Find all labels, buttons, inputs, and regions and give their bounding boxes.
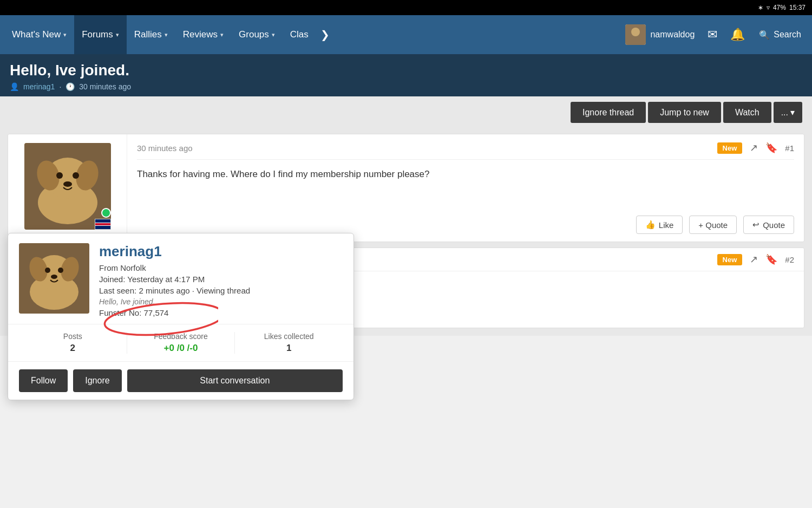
nav-item-rallies[interactable]: Rallies ▾ — [127, 15, 175, 54]
notifications-icon[interactable]: 🔔 — [725, 15, 750, 54]
svg-point-10 — [63, 181, 72, 187]
reply-quote-button[interactable]: ↩ Quote — [743, 216, 794, 234]
person-icon: 👤 — [10, 82, 19, 91]
popup-funster-number: Funster No: 77,574 — [99, 308, 168, 317]
popup-avatar — [19, 243, 89, 314]
post-number-2: #2 — [785, 255, 794, 264]
bluetooth-icon: ∗ — [758, 4, 763, 11]
popup-joined: Joined: Yesterday at 4:17 PM — [99, 275, 343, 284]
like-button[interactable]: 👍 Like — [636, 216, 683, 234]
thumbs-up-icon: 👍 — [645, 220, 656, 230]
nav-right: namwaldog ✉ 🔔 🔍 Search — [620, 15, 808, 54]
nav-item-groups[interactable]: Groups ▾ — [231, 15, 283, 54]
chevron-down-icon: ▾ — [272, 31, 275, 38]
svg-point-23 — [45, 268, 50, 273]
popup-header: merinag1 From Norfolk Joined: Yesterday … — [8, 233, 353, 317]
post-right-1: 30 minutes ago New ↗ 🔖 #1 Thanks for hav… — [127, 134, 804, 242]
nav-item-forums[interactable]: Forums ▾ — [74, 15, 127, 54]
top-nav: What's New ▾ Forums ▾ Rallies ▾ Reviews … — [0, 15, 812, 54]
ignore-thread-button[interactable]: Ignore thread — [571, 102, 646, 123]
chevron-down-icon: ▾ — [63, 31, 67, 38]
thread-header: Hello, Ive joined. 👤 merinag1 · 🕐 30 min… — [0, 54, 812, 96]
more-options-button[interactable]: ... ▾ — [774, 102, 802, 123]
jump-to-new-button[interactable]: Jump to new — [648, 102, 721, 123]
bookmark-icon[interactable]: 🔖 — [765, 142, 777, 154]
nav-user[interactable]: namwaldog — [620, 24, 700, 45]
new-badge-1: New — [717, 142, 743, 154]
uk-flag-icon — [95, 219, 111, 230]
thread-meta: 👤 merinag1 · 🕐 30 minutes ago — [10, 82, 802, 91]
post-body-1: Thanks for having me. Where do I find my… — [137, 167, 794, 181]
popup-username[interactable]: merinag1 — [99, 243, 343, 260]
post-header-right-1: New ↗ 🔖 #1 — [717, 142, 794, 154]
post-left-1 — [8, 134, 127, 242]
nav-username: namwaldog — [650, 30, 695, 40]
share-icon[interactable]: ↗ — [750, 142, 758, 154]
reply-icon: ↩ — [752, 220, 759, 230]
post-avatar-1 — [24, 143, 111, 230]
online-indicator — [101, 208, 111, 218]
status-icons: ∗ ▿ 47% 15:37 — [758, 4, 806, 11]
time-label: 15:37 — [789, 4, 806, 11]
thread-actions-bar: Ignore thread Jump to new Watch ... ▾ — [0, 96, 812, 128]
watch-button[interactable]: Watch — [723, 102, 771, 123]
nav-item-reviews[interactable]: Reviews ▾ — [175, 15, 231, 54]
post-avatar-wrap — [24, 143, 111, 230]
chevron-down-icon: ▾ — [116, 31, 119, 38]
popup-info: merinag1 From Norfolk Joined: Yesterday … — [99, 243, 343, 317]
battery-label: 47% — [773, 4, 786, 11]
quote-button[interactable]: + Quote — [689, 216, 737, 234]
avatar — [625, 24, 646, 45]
popup-card: merinag1 From Norfolk Joined: Yesterday … — [8, 233, 354, 336]
popup-last-seen: Last seen: 2 minutes ago · Viewing threa… — [99, 286, 343, 295]
svg-point-24 — [58, 268, 63, 273]
post-header-1: 30 minutes ago New ↗ 🔖 #1 — [137, 142, 794, 160]
share-icon-2[interactable]: ↗ — [750, 253, 758, 265]
popup-status: Hello, Ive joined. — [99, 297, 343, 306]
wifi-icon: ▿ — [767, 4, 770, 11]
chevron-down-icon: ▾ — [165, 31, 168, 38]
post-card-1: 30 minutes ago New ↗ 🔖 #1 Thanks for hav… — [8, 134, 804, 242]
post-footer-1: 👍 Like + Quote ↩ Quote — [636, 216, 794, 234]
popup-stat-feedback: Feedback score +0 /0 /-0 — [127, 332, 235, 336]
svg-point-1 — [631, 28, 640, 36]
chevron-down-icon: ▾ — [790, 107, 795, 118]
post-number-1: #1 — [785, 144, 794, 153]
search-icon: 🔍 — [759, 30, 770, 40]
popup-from: From Norfolk — [99, 263, 343, 272]
svg-point-25 — [51, 275, 57, 279]
status-bar: ∗ ▿ 47% 15:37 — [0, 0, 812, 15]
popup-stat-posts: Posts 2 — [19, 332, 127, 336]
search-button[interactable]: 🔍 Search — [752, 15, 808, 54]
user-popup: merinag1 From Norfolk Joined: Yesterday … — [8, 233, 354, 336]
nav-item-clas[interactable]: Clas — [283, 15, 316, 54]
nav-more-button[interactable]: ❯ — [316, 15, 334, 54]
post-time-1: 30 minutes ago — [137, 144, 193, 153]
bookmark-icon-2[interactable]: 🔖 — [765, 253, 777, 265]
popup-stat-likes: Likes collected 1 — [235, 332, 343, 336]
thread-author[interactable]: merinag1 — [23, 82, 55, 91]
new-badge-2: New — [717, 254, 743, 265]
page-title: Hello, Ive joined. — [10, 62, 802, 79]
clock-icon: 🕐 — [66, 82, 75, 91]
thread-time: 30 minutes ago — [79, 82, 131, 91]
svg-point-8 — [56, 172, 63, 179]
messages-icon[interactable]: ✉ — [702, 15, 723, 54]
popup-stats: Posts 2 Feedback score +0 /0 /-0 Likes c… — [8, 324, 353, 336]
chevron-down-icon: ▾ — [220, 31, 224, 38]
svg-point-9 — [73, 172, 79, 179]
nav-item-whats-new[interactable]: What's New ▾ — [4, 15, 74, 54]
